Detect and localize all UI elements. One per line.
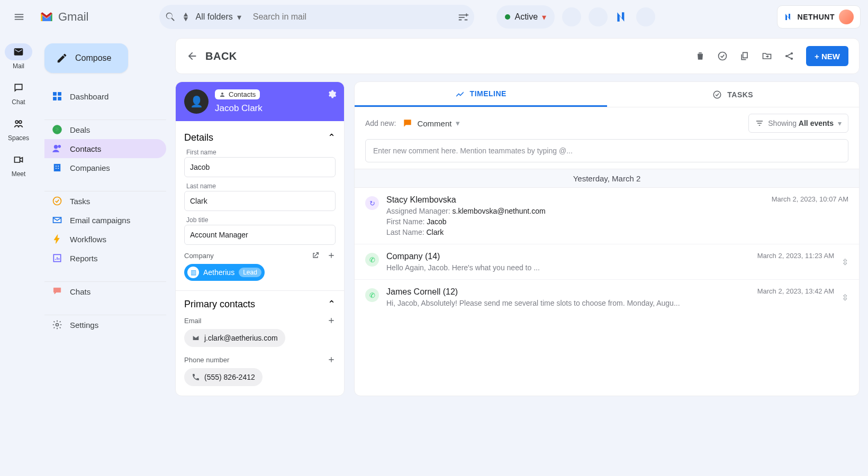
chevron-down-icon: ▾ <box>237 12 241 22</box>
header-extra-3[interactable] <box>636 7 655 26</box>
search-input[interactable] <box>246 12 454 22</box>
tune-icon[interactable] <box>457 11 469 23</box>
status-dot-icon <box>505 14 510 20</box>
gmail-logo: Gmail <box>38 8 88 25</box>
header-extra-2[interactable] <box>589 7 608 26</box>
status-selector[interactable]: Active ▾ <box>496 5 555 29</box>
chevron-down-icon: ▾ <box>542 12 546 22</box>
nethunt-logo-icon <box>784 12 793 22</box>
app-name: Gmail <box>58 10 88 24</box>
header-extra-1[interactable] <box>562 7 581 26</box>
hamburger-icon <box>13 11 25 23</box>
nethunt-icon[interactable] <box>615 10 629 24</box>
search-scope[interactable]: All folders ▾ <box>195 12 241 22</box>
gmail-icon <box>38 8 55 25</box>
scope-icon <box>180 12 191 22</box>
search-icon <box>165 11 176 23</box>
main-menu-button[interactable] <box>7 5 31 29</box>
top-bar: Gmail All folders ▾ Active ▾ NETHUNT <box>0 0 868 34</box>
user-avatar <box>839 10 854 24</box>
nethunt-account[interactable]: NETHUNT <box>777 5 861 29</box>
search-bar[interactable]: All folders ▾ <box>159 5 474 29</box>
